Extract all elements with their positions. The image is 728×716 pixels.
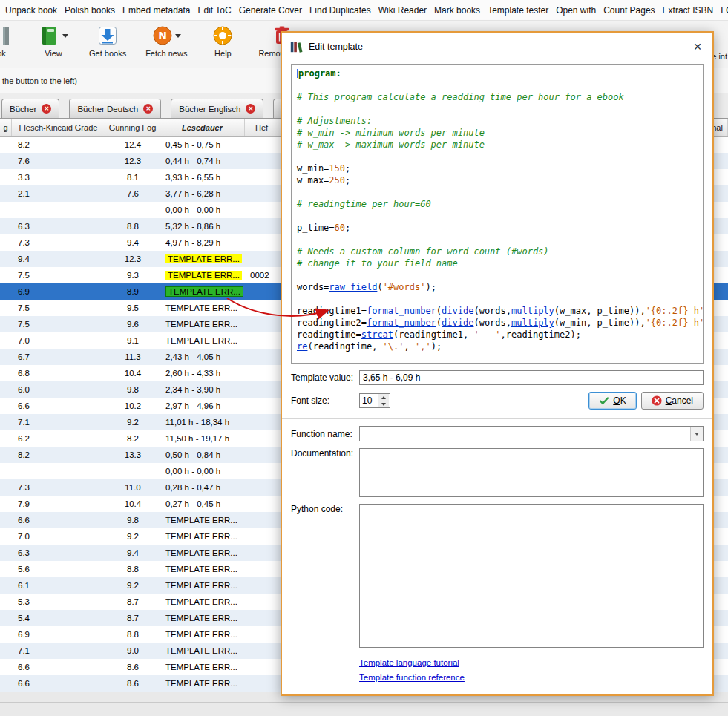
cell-blank[interactable] bbox=[0, 528, 12, 545]
cell-gunning-fog[interactable]: 8.6 bbox=[105, 675, 160, 692]
menu-item-wiki-reader[interactable]: Wiki Reader bbox=[375, 3, 430, 18]
cell-lesedauer[interactable]: 0,00 h - 0,00 h bbox=[160, 463, 245, 479]
cell-gunning-fog[interactable]: 9.6 bbox=[105, 316, 160, 332]
cell-lesedauer[interactable]: TEMPLATE ERR... bbox=[160, 267, 245, 283]
cell-gunning-fog[interactable]: 9.2 bbox=[105, 577, 160, 594]
cell-gunning-fog[interactable]: 11.0 bbox=[105, 479, 160, 496]
cell-lesedauer[interactable]: 5,32 h - 8,86 h bbox=[160, 218, 245, 234]
tab-bücher-deutsch-1[interactable]: Bücher Deutsch✕ bbox=[69, 99, 161, 118]
cell-gunning-fog[interactable] bbox=[105, 202, 160, 218]
column-header-gunning-fog[interactable]: Gunning Fog bbox=[105, 119, 160, 136]
cell-gunning-fog[interactable]: 9.8 bbox=[105, 512, 160, 528]
cell-lesedauer[interactable]: 0,44 h - 0,74 h bbox=[160, 153, 245, 169]
cell-blank[interactable] bbox=[0, 496, 12, 512]
cell-gunning-fog[interactable]: 9.2 bbox=[105, 528, 160, 545]
template-language-tutorial-link[interactable]: Template language tutorial bbox=[359, 658, 704, 667]
template-function-reference-link[interactable]: Template function reference bbox=[359, 673, 704, 682]
cell-lesedauer[interactable]: 0,27 h - 0,45 h bbox=[160, 496, 245, 512]
cell-lesedauer[interactable]: TEMPLATE ERR... bbox=[160, 610, 245, 626]
cell-gunning-fog[interactable]: 8.7 bbox=[105, 594, 160, 610]
menu-item-extract-isbn[interactable]: Extract ISBN bbox=[659, 3, 718, 18]
cell-blank[interactable] bbox=[0, 267, 12, 283]
cell-lesedauer[interactable]: TEMPLATE ERR... bbox=[160, 332, 245, 349]
cell-lesedauer[interactable]: TEMPLATE ERR... bbox=[160, 577, 245, 594]
font-size-stepper[interactable] bbox=[359, 393, 390, 408]
cell-flesch-kincaid[interactable]: 7.9 bbox=[12, 496, 105, 512]
cell-flesch-kincaid[interactable]: 7.6 bbox=[12, 153, 105, 169]
cell-gunning-fog[interactable]: 8.2 bbox=[105, 430, 160, 447]
dropdown-caret-icon[interactable] bbox=[175, 34, 181, 38]
cell-flesch-kincaid[interactable]: 7.0 bbox=[12, 528, 105, 545]
cell-lesedauer[interactable]: TEMPLATE ERR... bbox=[160, 643, 245, 659]
toolbar-button-view[interactable]: View bbox=[37, 24, 70, 58]
cell-blank[interactable] bbox=[0, 283, 12, 300]
cell-blank[interactable] bbox=[0, 234, 12, 251]
cell-flesch-kincaid[interactable]: 6.7 bbox=[12, 349, 105, 365]
cell-flesch-kincaid[interactable]: 6.9 bbox=[12, 626, 105, 643]
cell-gunning-fog[interactable]: 10.2 bbox=[105, 398, 160, 414]
cell-gunning-fog[interactable]: 8.8 bbox=[105, 561, 160, 577]
cell-blank[interactable] bbox=[0, 349, 12, 365]
cell-gunning-fog[interactable]: 8.1 bbox=[105, 169, 160, 185]
cell-flesch-kincaid[interactable]: 2.1 bbox=[12, 185, 105, 202]
cell-flesch-kincaid[interactable]: 7.3 bbox=[12, 479, 105, 496]
cell-flesch-kincaid[interactable]: 6.0 bbox=[12, 381, 105, 398]
cell-lesedauer[interactable]: 11,01 h - 18,34 h bbox=[160, 414, 245, 430]
cell-blank[interactable] bbox=[0, 626, 12, 643]
cell-gunning-fog[interactable]: 8.8 bbox=[105, 626, 160, 643]
python-code-textarea[interactable] bbox=[359, 504, 704, 648]
toolbar-button-get-books[interactable]: Get books bbox=[89, 24, 126, 58]
cell-blank[interactable] bbox=[0, 365, 12, 381]
tab-close-icon[interactable]: ✕ bbox=[42, 104, 51, 114]
cell-lesedauer[interactable]: TEMPLATE ERR... bbox=[160, 675, 245, 692]
cell-blank[interactable] bbox=[0, 169, 12, 185]
cancel-button[interactable]: Cancel bbox=[641, 392, 704, 410]
cell-flesch-kincaid[interactable]: 6.8 bbox=[12, 365, 105, 381]
cell-lesedauer[interactable]: TEMPLATE ERR... bbox=[160, 626, 245, 643]
cell-gunning-fog[interactable]: 8.9 bbox=[105, 283, 160, 300]
cell-lesedauer[interactable]: 0,45 h - 0,75 h bbox=[160, 137, 245, 153]
cell-gunning-fog[interactable]: 12.3 bbox=[105, 153, 160, 169]
cell-gunning-fog[interactable]: 12.4 bbox=[105, 137, 160, 153]
tab-close-icon[interactable]: ✕ bbox=[143, 104, 153, 114]
cell-flesch-kincaid[interactable]: 6.6 bbox=[12, 675, 105, 692]
cell-blank[interactable] bbox=[0, 610, 12, 626]
menu-item-open-with[interactable]: Open with bbox=[552, 3, 600, 18]
cell-lesedauer[interactable]: TEMPLATE ERR... bbox=[160, 300, 245, 316]
cell-lesedauer[interactable]: 11,50 h - 19,17 h bbox=[160, 430, 245, 447]
function-name-select[interactable] bbox=[359, 426, 704, 441]
cell-lesedauer[interactable]: TEMPLATE ERR... bbox=[160, 659, 245, 675]
cell-gunning-fog[interactable]: 9.2 bbox=[105, 414, 160, 430]
cell-lesedauer[interactable]: TEMPLATE ERR... bbox=[160, 528, 245, 545]
cell-blank[interactable] bbox=[0, 381, 12, 398]
cell-blank[interactable] bbox=[0, 447, 12, 463]
menu-item-find-duplicates[interactable]: Find Duplicates bbox=[306, 3, 375, 18]
cell-blank[interactable] bbox=[0, 512, 12, 528]
cell-lesedauer[interactable]: TEMPLATE ERR... bbox=[160, 251, 245, 267]
font-size-value[interactable] bbox=[360, 394, 378, 407]
cell-gunning-fog[interactable]: 9.4 bbox=[105, 545, 160, 561]
toolbar-button-help[interactable]: Help bbox=[206, 24, 239, 58]
cell-lesedauer[interactable]: 2,60 h - 4,33 h bbox=[160, 365, 245, 381]
menu-item-edit-toc[interactable]: Edit ToC bbox=[194, 3, 235, 18]
cell-blank[interactable] bbox=[0, 479, 12, 496]
cell-blank[interactable] bbox=[0, 185, 12, 202]
cell-blank[interactable] bbox=[0, 300, 12, 316]
cell-lesedauer[interactable]: TEMPLATE ERR... bbox=[160, 594, 245, 610]
column-header-g[interactable]: g bbox=[0, 119, 12, 136]
cell-lesedauer[interactable]: 4,97 h - 8,29 h bbox=[160, 234, 245, 251]
cell-blank[interactable] bbox=[0, 430, 12, 447]
cell-flesch-kincaid[interactable]: 9.4 bbox=[12, 251, 105, 267]
cell-lesedauer[interactable]: 3,93 h - 6,55 h bbox=[160, 169, 245, 185]
cell-lesedauer[interactable]: TEMPLATE ERR... bbox=[160, 545, 245, 561]
cell-flesch-kincaid[interactable] bbox=[12, 202, 105, 218]
menu-item-template-tester[interactable]: Template tester bbox=[484, 3, 552, 18]
cell-blank[interactable] bbox=[0, 659, 12, 675]
cell-flesch-kincaid[interactable]: 7.0 bbox=[12, 332, 105, 349]
cell-gunning-fog[interactable]: 12.3 bbox=[105, 251, 160, 267]
cell-flesch-kincaid[interactable]: 6.3 bbox=[12, 218, 105, 234]
cell-lesedauer[interactable]: TEMPLATE ERR... bbox=[160, 561, 245, 577]
cell-gunning-fog[interactable]: 9.8 bbox=[105, 381, 160, 398]
cell-flesch-kincaid[interactable]: 6.6 bbox=[12, 659, 105, 675]
cell-flesch-kincaid[interactable]: 8.2 bbox=[12, 447, 105, 463]
